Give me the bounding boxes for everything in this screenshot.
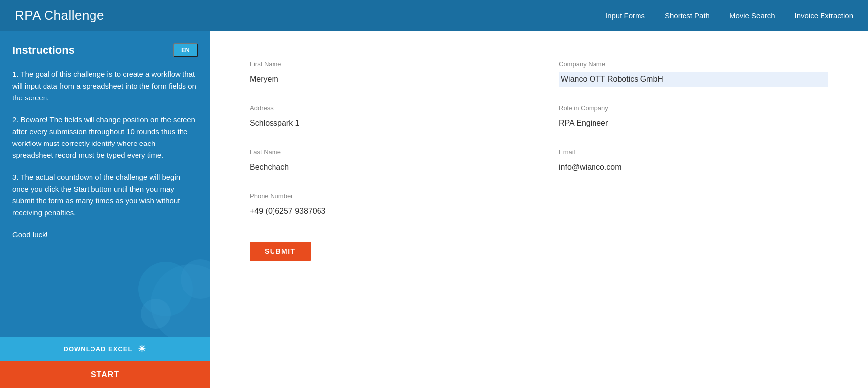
nav-movie-search[interactable]: Movie Search — [730, 11, 775, 20]
nav-input-forms[interactable]: Input Forms — [605, 11, 645, 20]
first-name-field: First Name — [250, 60, 519, 87]
submit-container: SUBMIT — [250, 237, 519, 261]
role-field: Role in Company — [559, 104, 828, 131]
first-name-label: First Name — [250, 60, 519, 68]
email-field: Email — [559, 148, 828, 175]
svg-point-3 — [141, 299, 171, 329]
address-label: Address — [250, 104, 519, 112]
decorative-circles — [126, 240, 210, 339]
svg-point-0 — [151, 264, 210, 339]
instruction-1: 1. The goal of this challenge is to crea… — [12, 68, 198, 104]
last-name-field: Last Name — [250, 148, 519, 175]
app-title: RPA Challenge — [15, 8, 104, 23]
svg-point-1 — [138, 262, 193, 316]
lang-badge[interactable]: EN — [173, 43, 198, 57]
sidebar-footer: DOWNLOAD EXCEL ☀ START — [0, 337, 210, 388]
instruction-3: 3. The actual countdown of the challenge… — [12, 171, 198, 219]
instruction-2: 2. Beware! The fields will change positi… — [12, 114, 198, 161]
phone-label: Phone Number — [250, 193, 519, 200]
company-name-label: Company Name — [559, 60, 828, 68]
phone-input[interactable] — [250, 204, 519, 219]
start-button[interactable]: START — [0, 361, 210, 388]
nav-shortest-path[interactable]: Shortest Path — [665, 11, 710, 20]
main-nav: Input Forms Shortest Path Movie Search I… — [605, 11, 853, 20]
role-input[interactable] — [559, 116, 828, 131]
download-label: DOWNLOAD EXCEL — [64, 345, 133, 353]
address-field: Address — [250, 104, 519, 131]
sidebar: Instructions EN 1. The goal of this chal… — [0, 31, 210, 388]
submit-button[interactable]: SUBMIT — [250, 242, 311, 261]
phone-field: Phone Number — [250, 193, 519, 219]
sidebar-title: Instructions — [12, 44, 75, 57]
first-name-input[interactable] — [250, 72, 519, 87]
email-label: Email — [559, 148, 828, 156]
download-excel-button[interactable]: DOWNLOAD EXCEL ☀ — [0, 337, 210, 361]
download-icon: ☀ — [138, 343, 146, 354]
last-name-input[interactable] — [250, 160, 519, 175]
company-name-field: Company Name — [559, 60, 828, 87]
sidebar-header: Instructions EN — [12, 43, 198, 57]
main-layout: Instructions EN 1. The goal of this chal… — [0, 31, 868, 388]
last-name-label: Last Name — [250, 148, 519, 156]
address-input[interactable] — [250, 116, 519, 131]
input-form: First Name Company Name Address Role in … — [250, 60, 828, 261]
empty-cell — [559, 193, 828, 237]
content-area: First Name Company Name Address Role in … — [210, 31, 868, 388]
email-input[interactable] — [559, 160, 828, 175]
role-label: Role in Company — [559, 104, 828, 112]
nav-invoice-extraction[interactable]: Invoice Extraction — [795, 11, 853, 20]
header: RPA Challenge Input Forms Shortest Path … — [0, 0, 868, 31]
company-name-input[interactable] — [559, 72, 828, 87]
svg-point-2 — [181, 259, 210, 299]
good-luck: Good luck! — [12, 229, 198, 241]
